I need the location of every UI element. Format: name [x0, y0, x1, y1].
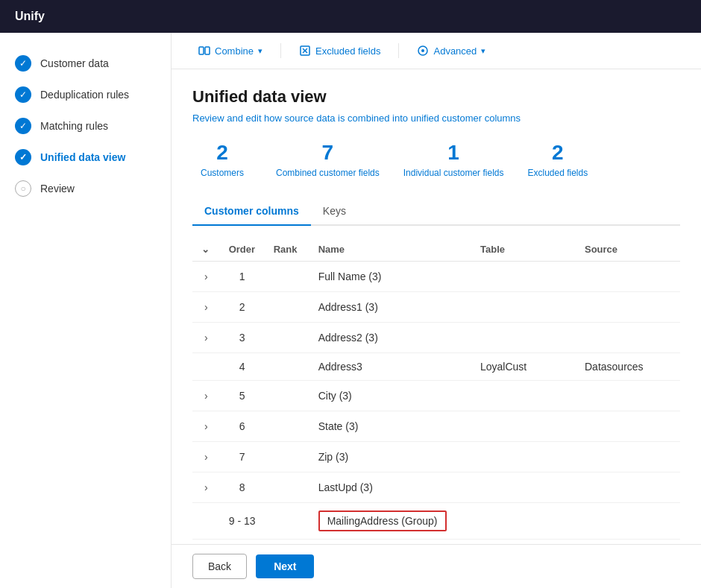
next-button[interactable]: Next — [256, 554, 314, 578]
table-row: ›7Zip (3) — [192, 441, 680, 472]
tab-keys[interactable]: Keys — [311, 199, 358, 226]
source-cell — [576, 322, 680, 353]
stats-row: 2 Customers 7 Combined customer fields 1… — [192, 142, 680, 178]
app-header: Unify — [0, 0, 701, 33]
svg-rect-1 — [205, 47, 210, 54]
table-cell — [471, 291, 576, 322]
advanced-button[interactable]: Advanced ▾ — [408, 40, 494, 61]
sidebar-item-deduplication-rules[interactable]: ✓ Deduplication rules — [0, 79, 171, 110]
stat-combined-number: 7 — [322, 142, 334, 165]
table-row: ›3Address2 (3) — [192, 322, 680, 353]
stat-excluded-label: Excluded fields — [527, 168, 588, 178]
table-row: ›2Address1 (3) — [192, 291, 680, 322]
col-table-header: Table — [471, 238, 576, 262]
mailing-address-highlighted[interactable]: MailingAddress (Group) — [318, 510, 447, 531]
step-icon-matching: ✓ — [15, 118, 31, 134]
sidebar: ✓ Customer data ✓ Deduplication rules ✓ … — [0, 33, 172, 588]
stat-individual-number: 1 — [447, 142, 459, 165]
main-layout: ✓ Customer data ✓ Deduplication rules ✓ … — [0, 33, 701, 588]
stat-excluded: 2 Excluded fields — [527, 142, 588, 178]
sidebar-item-review[interactable]: ○ Review — [0, 173, 171, 204]
expand-button[interactable]: › — [201, 480, 211, 495]
expand-button[interactable]: › — [201, 419, 211, 434]
expand-button[interactable]: › — [201, 269, 211, 284]
order-cell: 8 — [220, 472, 265, 502]
expand-cell: › — [192, 380, 220, 411]
svg-rect-0 — [199, 47, 204, 54]
advanced-chevron-icon: ▾ — [481, 46, 485, 56]
expand-cell — [192, 353, 220, 380]
table-cell — [471, 261, 576, 291]
name-cell: Zip (3) — [309, 441, 471, 472]
content-area: Combine ▾ Excluded fields Advanced — [172, 33, 701, 588]
table-cell — [471, 411, 576, 441]
expand-button[interactable]: › — [201, 449, 211, 464]
source-cell — [576, 261, 680, 291]
col-order-header[interactable]: Order — [220, 238, 265, 262]
toolbar-sep-1 — [280, 43, 281, 58]
name-cell: MailingAddress (Group) — [309, 502, 471, 539]
sidebar-item-customer-data[interactable]: ✓ Customer data — [0, 48, 171, 79]
order-cell: 6 — [220, 411, 265, 441]
combine-chevron-icon: ▾ — [258, 46, 263, 56]
table-cell: LoyalCust — [471, 353, 576, 380]
stat-individual-label: Individual customer fields — [403, 168, 504, 178]
source-cell — [576, 441, 680, 472]
rank-cell — [265, 380, 309, 411]
col-rank-header: Rank — [265, 238, 309, 262]
col-source-header: Source — [576, 238, 680, 262]
table-cell — [471, 502, 576, 539]
stat-customers: 2 Customers — [192, 142, 252, 178]
table-row: 4Address3LoyalCustDatasources — [192, 353, 680, 380]
table-row: ›5City (3) — [192, 380, 680, 411]
sort-icon: ⌄ — [201, 244, 210, 255]
table-cell — [471, 441, 576, 472]
expand-button[interactable]: › — [201, 300, 211, 314]
expand-button[interactable]: › — [201, 330, 211, 345]
stat-excluded-number: 2 — [552, 142, 564, 165]
expand-cell — [192, 502, 220, 539]
table-row: 9 - 13MailingAddress (Group) — [192, 502, 680, 539]
table-row: ›1Full Name (3) — [192, 261, 680, 291]
order-cell: 5 — [220, 380, 265, 411]
excluded-fields-button[interactable]: Excluded fields — [290, 40, 389, 61]
source-cell — [576, 411, 680, 441]
back-button[interactable]: Back — [192, 554, 247, 579]
combine-button[interactable]: Combine ▾ — [189, 40, 271, 61]
stat-customers-number: 2 — [216, 142, 228, 165]
stat-combined-label: Combined customer fields — [276, 168, 380, 178]
name-cell: Address2 (3) — [309, 322, 471, 353]
rank-cell — [265, 441, 309, 472]
name-cell: Address3 — [309, 353, 471, 380]
rank-cell — [265, 411, 309, 441]
sidebar-label-customer-data: Customer data — [40, 57, 109, 69]
source-cell: Datasources — [576, 353, 680, 380]
rank-cell — [265, 472, 309, 502]
combine-icon — [198, 45, 210, 57]
expand-button[interactable]: › — [201, 388, 211, 403]
expand-cell: › — [192, 441, 220, 472]
source-cell — [576, 380, 680, 411]
expand-cell: › — [192, 261, 220, 291]
source-cell — [576, 291, 680, 322]
page-title: Unified data view — [192, 87, 680, 107]
table-cell — [471, 380, 576, 411]
step-icon-review: ○ — [15, 180, 31, 197]
table-row: ›8LastUpd (3) — [192, 472, 680, 502]
excluded-fields-icon — [299, 45, 311, 57]
rank-cell — [265, 322, 309, 353]
sidebar-item-matching-rules[interactable]: ✓ Matching rules — [0, 110, 171, 142]
name-cell: Full Name (3) — [309, 261, 471, 291]
order-cell: 7 — [220, 441, 265, 472]
page-content: Unified data view Review and edit how so… — [172, 69, 701, 544]
col-expand-header: ⌄ — [192, 238, 220, 262]
page-subtitle: Review and edit how source data is combi… — [192, 113, 680, 124]
sidebar-item-unified-data-view[interactable]: ✓ Unified data view — [0, 142, 171, 173]
name-cell: State (3) — [309, 411, 471, 441]
order-cell: 3 — [220, 322, 265, 353]
sidebar-label-dedup: Deduplication rules — [40, 89, 129, 101]
stat-individual: 1 Individual customer fields — [403, 142, 504, 178]
tab-customer-columns[interactable]: Customer columns — [192, 199, 311, 226]
order-cell: 1 — [220, 261, 265, 291]
advanced-icon — [417, 45, 429, 57]
